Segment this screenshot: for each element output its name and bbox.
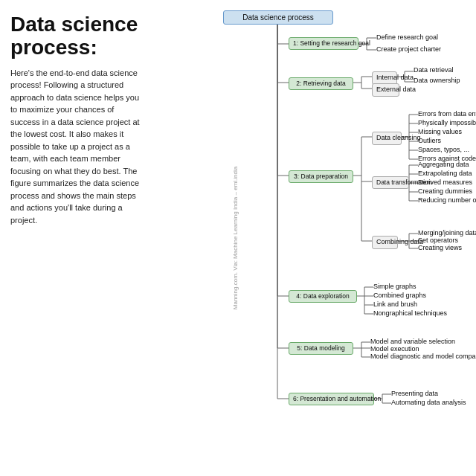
root-box: Data science process xyxy=(223,10,333,25)
step-6-box: 6: Presentation and automation xyxy=(289,393,374,405)
step-2-box: 2: Retrieving data xyxy=(289,77,353,90)
s3-mid-2: Data transformation xyxy=(372,176,409,189)
transform-5: Reducing number of variables xyxy=(418,196,476,204)
s4-leaf-4: Nongraphical techniques xyxy=(373,309,447,317)
s1-leaf-2: Create project charter xyxy=(376,45,441,53)
step-5-box: 5: Data modeling xyxy=(289,342,353,355)
combine-2: Set operators xyxy=(418,237,458,244)
step-1-box: 1: Setting the research goal xyxy=(289,37,358,50)
s4-leaf-3: Link and brush xyxy=(373,300,417,308)
step-3-box: 3: Data preparation xyxy=(289,170,353,183)
s6-leaf-2: Automating data analysis xyxy=(391,399,466,406)
transform-4: Creating dummies xyxy=(418,187,472,195)
main-title: Data science process: xyxy=(10,13,146,60)
right-panel: Manning.com. Via: Machine Learning India… xyxy=(156,0,476,476)
s2-leaf-1: Data retrieval xyxy=(414,66,454,74)
s1-leaf-1: Define research goal xyxy=(376,33,438,41)
s5-leaf-3: Model diagnostic and model comparison xyxy=(370,353,476,360)
step-4-box: 4: Data exploration xyxy=(289,290,357,303)
transform-3: Derived measures xyxy=(418,178,472,186)
s4-leaf-2: Combined graphs xyxy=(373,292,426,299)
s5-leaf-2: Model execution xyxy=(370,345,419,353)
combine-1: Merging/joining data sets xyxy=(418,229,476,237)
s2-leaf-2: Data ownership xyxy=(414,77,460,84)
cleanse-3: Missing values xyxy=(418,128,462,135)
s3-mid-3: Combining data xyxy=(372,236,398,249)
s6-leaf-1: Presenting data xyxy=(391,390,438,397)
description-text: Here's the end-to-end data science proce… xyxy=(10,67,146,227)
transform-1: Aggregating data xyxy=(418,161,469,168)
cleanse-5: Spaces, typos, ... xyxy=(418,146,469,153)
s5-leaf-1: Model and variable selection xyxy=(370,338,455,345)
page: Data science process: Here's the end-to-… xyxy=(0,0,476,476)
left-panel: Data science process: Here's the end-to-… xyxy=(0,0,156,476)
cleanse-2: Physically impossible values xyxy=(418,119,476,126)
s2-mid-2: External data xyxy=(372,83,399,97)
combine-3: Creating views xyxy=(418,244,462,251)
transform-2: Extrapolating data xyxy=(418,170,472,177)
cleanse-1: Errors from data entry xyxy=(418,110,476,118)
cleanse-4: Outliers xyxy=(418,137,441,144)
tree-diagram: Data science process 1: Setting the rese… xyxy=(170,4,475,472)
s3-mid-1: Data cleansing xyxy=(372,132,402,145)
s4-leaf-1: Simple graphs xyxy=(373,283,416,290)
